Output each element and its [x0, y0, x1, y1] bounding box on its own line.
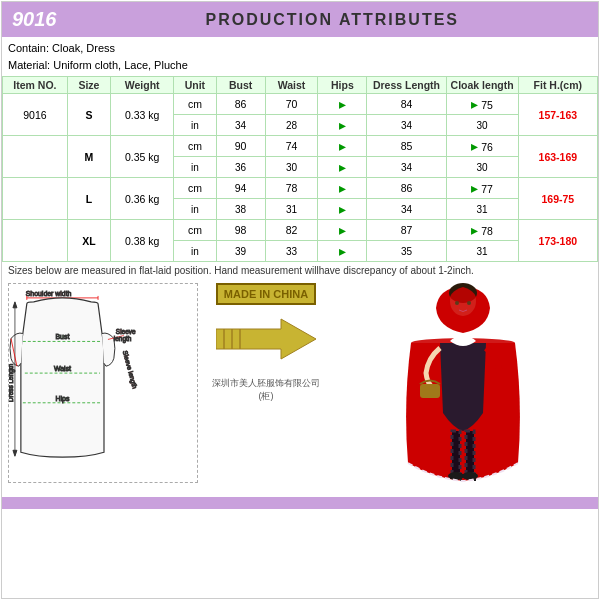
- hips-in-xl: ▸: [318, 241, 367, 262]
- col-cloak: Cloak length: [446, 77, 518, 94]
- hips-in-m: ▸: [318, 157, 367, 178]
- unit-cm-l: cm: [174, 178, 216, 199]
- waist-in-m: 30: [265, 157, 318, 178]
- table-row: M 0.35 kg cm 90 74 ▸ 85 ▸ 76 163-169: [3, 136, 598, 157]
- dress-cm-m: 85: [367, 136, 446, 157]
- cloak-in-m: 30: [446, 157, 518, 178]
- col-unit: Unit: [174, 77, 216, 94]
- contain-label: Contain:: [8, 42, 49, 54]
- svg-marker-12: [13, 450, 17, 456]
- item-no-m: [3, 136, 68, 178]
- size-xl: XL: [67, 220, 110, 262]
- dress-in-s: 34: [367, 115, 446, 136]
- material-label: Material:: [8, 59, 50, 71]
- weight-m: 0.35 kg: [111, 136, 174, 178]
- company-name: 深圳市美人胚服饰有限公司(柜): [206, 377, 326, 403]
- svg-text:Dress Length: Dress Length: [9, 363, 15, 402]
- svg-text:Sleeve length: Sleeve length: [121, 350, 139, 390]
- contain-value: Cloak, Dress: [52, 42, 115, 54]
- bust-cm-l: 94: [216, 178, 265, 199]
- page-title: PRODUCTION ATTRIBUTES: [77, 11, 589, 29]
- hips-in-s: ▸: [318, 115, 367, 136]
- dress-cm-xl: 87: [367, 220, 446, 241]
- table-row: XL 0.38 kg cm 98 82 ▸ 87 ▸ 78 173-180: [3, 220, 598, 241]
- svg-text:Sleeve: Sleeve: [116, 328, 136, 335]
- table-header-row: Item NO. Size Weight Unit Bust Waist Hip…: [3, 77, 598, 94]
- costume-box: [334, 283, 592, 493]
- waist-cm-l: 78: [265, 178, 318, 199]
- size-l: L: [67, 178, 110, 220]
- costume-figure: [398, 283, 528, 493]
- hips-cm-s: ▸: [318, 94, 367, 115]
- svg-rect-31: [474, 473, 476, 481]
- arrow-icon: [216, 309, 316, 369]
- svg-rect-37: [420, 384, 440, 398]
- unit-cm-xl: cm: [174, 220, 216, 241]
- unit-in-l: in: [174, 199, 216, 220]
- svg-text:Shoulder width: Shoulder width: [26, 290, 72, 297]
- fit-s: 157-163: [518, 94, 597, 136]
- table-row: L 0.36 kg cm 94 78 ▸ 86 ▸ 77 169-75: [3, 178, 598, 199]
- weight-xl: 0.38 kg: [111, 220, 174, 262]
- fit-l: 169-75: [518, 178, 597, 220]
- bust-in-s: 34: [216, 115, 265, 136]
- size-s: S: [67, 94, 110, 136]
- col-fit: Fit H.(cm): [518, 77, 597, 94]
- unit-in-m: in: [174, 157, 216, 178]
- svg-text:Waist: Waist: [54, 365, 71, 372]
- bust-cm-xl: 98: [216, 220, 265, 241]
- bust-cm-m: 90: [216, 136, 265, 157]
- production-table: Item NO. Size Weight Unit Bust Waist Hip…: [2, 76, 598, 262]
- cloak-cm-xl: ▸ 78: [446, 220, 518, 241]
- col-hips: Hips: [318, 77, 367, 94]
- waist-cm-s: 70: [265, 94, 318, 115]
- cloak-cm-l: ▸ 77: [446, 178, 518, 199]
- dress-in-xl: 35: [367, 241, 446, 262]
- header: 9016 PRODUCTION ATTRIBUTES: [2, 2, 598, 37]
- bust-in-l: 38: [216, 199, 265, 220]
- table-row: 9016 S 0.33 kg cm 86 70 ▸ 84 ▸ 75 157-16…: [3, 94, 598, 115]
- arrow-section: MADE IN CHINA 深圳市美人胚服饰有限公司(柜): [206, 283, 326, 403]
- svg-text:Hips: Hips: [56, 395, 70, 403]
- item-no-xl: [3, 220, 68, 262]
- main-container: 9016 PRODUCTION ATTRIBUTES Contain: Cloa…: [1, 1, 599, 599]
- product-id: 9016: [12, 8, 57, 31]
- dress-in-m: 34: [367, 157, 446, 178]
- bust-cm-s: 86: [216, 94, 265, 115]
- svg-point-34: [455, 301, 459, 305]
- unit-in-xl: in: [174, 241, 216, 262]
- info-section: Contain: Cloak, Dress Material: Uniform …: [2, 37, 598, 76]
- bust-in-xl: 39: [216, 241, 265, 262]
- hips-cm-l: ▸: [318, 178, 367, 199]
- waist-in-l: 31: [265, 199, 318, 220]
- material-value: Uniform cloth, Lace, Pluche: [53, 59, 188, 71]
- cloak-cm-m: ▸ 76: [446, 136, 518, 157]
- weight-l: 0.36 kg: [111, 178, 174, 220]
- dress-diagram: Shoulder width Bust Waist: [9, 284, 197, 482]
- item-no-l: [3, 178, 68, 220]
- col-bust: Bust: [216, 77, 265, 94]
- dress-in-l: 34: [367, 199, 446, 220]
- measurement-note: Sizes below are measured in flat-laid po…: [2, 262, 598, 279]
- item-no-s: 9016: [3, 94, 68, 136]
- dress-cm-l: 86: [367, 178, 446, 199]
- waist-in-xl: 33: [265, 241, 318, 262]
- dress-cm-s: 84: [367, 94, 446, 115]
- cloak-cm-s: ▸ 75: [446, 94, 518, 115]
- bottom-stripe: [2, 497, 598, 509]
- weight-s: 0.33 kg: [111, 94, 174, 136]
- svg-marker-11: [13, 302, 17, 308]
- hips-in-l: ▸: [318, 199, 367, 220]
- cloak-in-s: 30: [446, 115, 518, 136]
- contain-row: Contain: Cloak, Dress: [8, 40, 592, 57]
- svg-text:length: length: [114, 335, 132, 343]
- waist-cm-xl: 82: [265, 220, 318, 241]
- cloak-in-xl: 31: [446, 241, 518, 262]
- col-waist: Waist: [265, 77, 318, 94]
- col-weight: Weight: [111, 77, 174, 94]
- svg-point-35: [467, 301, 471, 305]
- fit-m: 163-169: [518, 136, 597, 178]
- fit-xl: 173-180: [518, 220, 597, 262]
- unit-cm-m: cm: [174, 136, 216, 157]
- material-row: Material: Uniform cloth, Lace, Pluche: [8, 57, 592, 74]
